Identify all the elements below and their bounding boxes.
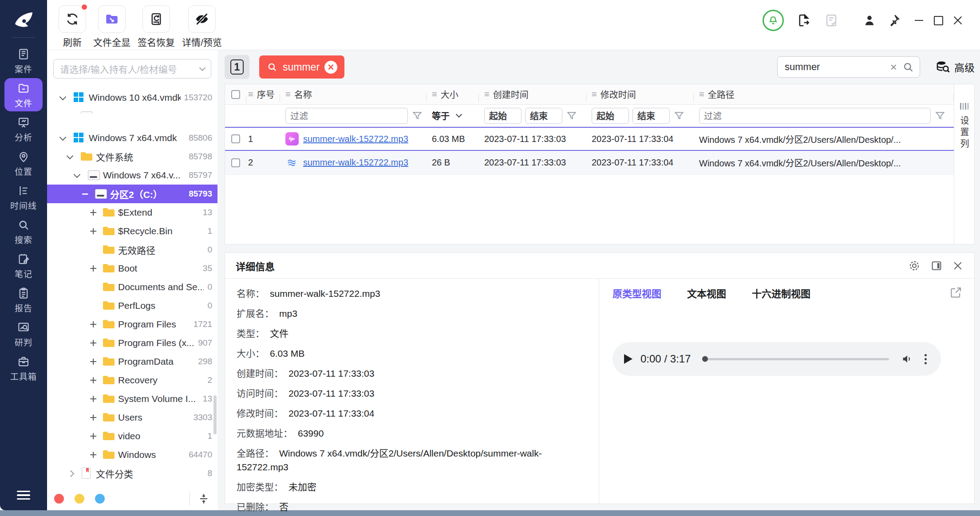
external-link-icon[interactable] — [949, 286, 963, 299]
tree-expander-icon[interactable] — [90, 227, 102, 236]
tree-expander-icon[interactable] — [67, 471, 80, 476]
sidebar-item-search[interactable]: 搜索 — [4, 215, 43, 248]
tree-expander-icon[interactable] — [90, 450, 102, 459]
detail-preview-toggle-button[interactable]: 详情/预览 — [182, 5, 222, 50]
notification-bell-button[interactable] — [763, 10, 784, 31]
sidebar-menu-button[interactable] — [0, 491, 47, 500]
yellow-tag-dot[interactable] — [75, 494, 84, 504]
speaker-icon[interactable] — [901, 352, 914, 366]
tree-item[interactable]: Users 3303 — [47, 408, 217, 427]
close-button[interactable] — [948, 12, 968, 29]
show-all-files-button[interactable]: 文件全显 — [93, 5, 130, 50]
tree-expander-icon[interactable] — [90, 432, 102, 441]
table-row[interactable]: 2 summer-walk-152722.mp3 26 B 2023-07-11… — [225, 151, 954, 175]
signature-recovery-button[interactable]: 签名恢复 — [138, 5, 175, 50]
maximize-button[interactable] — [929, 12, 948, 29]
sidebar-item-judgment[interactable]: 研判 — [4, 317, 43, 351]
sidebar-item-analysis[interactable]: 分析 — [4, 112, 43, 146]
export-file-button[interactable] — [796, 13, 811, 28]
tree-item[interactable]: Program Files (x... 907 — [47, 334, 217, 352]
path-filter-input[interactable]: 过滤 — [699, 108, 931, 124]
tree-item[interactable]: $Extend 13 — [47, 203, 217, 222]
tree-item[interactable]: $Recycle.Bin 1 — [47, 222, 217, 240]
select-all-checkbox[interactable] — [231, 90, 240, 99]
column-header-created[interactable]: ≡创建时间 — [479, 88, 586, 101]
sidebar-item-files[interactable]: 文件 — [4, 78, 43, 111]
name-filter-input[interactable]: 过滤 — [285, 108, 408, 124]
pin-button[interactable] — [886, 13, 901, 28]
tree-expander-icon[interactable] — [90, 413, 102, 422]
sidebar-item-notes[interactable]: 笔记 — [4, 249, 43, 282]
refresh-button[interactable]: 刷新 — [59, 5, 86, 50]
row-checkbox[interactable] — [231, 134, 240, 143]
table-row[interactable]: 1 summer-walk-152722.mp3 6.03 MB 2023-07… — [225, 127, 954, 151]
file-name-link[interactable]: summer-walk-152722.mp3 — [303, 134, 408, 144]
sidebar-item-timeline[interactable]: 时间线 — [4, 181, 43, 214]
funnel-icon[interactable] — [673, 110, 685, 122]
column-settings-strip[interactable]: 设置列 — [954, 84, 975, 244]
minimize-button[interactable] — [909, 12, 929, 29]
chip-close-icon[interactable]: ✕ — [324, 61, 337, 74]
sidebar-item-location[interactable]: 位置 — [4, 146, 43, 180]
column-header-index[interactable]: ≡序号 — [246, 88, 280, 101]
tree-item[interactable]: ProgramData 298 — [47, 352, 217, 371]
advanced-search-button[interactable]: 高级 — [935, 59, 975, 75]
tree-expander-icon[interactable] — [67, 155, 80, 158]
result-page-tab[interactable]: 1 — [225, 55, 249, 79]
red-tag-dot[interactable] — [54, 494, 64, 504]
tab-native-view[interactable]: 原类型视图 — [612, 286, 661, 300]
tree-expander-icon[interactable] — [90, 208, 102, 217]
tree-item[interactable]: Documents and Se... 0 — [47, 278, 217, 296]
tree-item[interactable]: Recovery 2 — [47, 371, 217, 390]
user-button[interactable] — [862, 13, 877, 28]
close-details-icon[interactable] — [952, 260, 964, 272]
tree-expander-icon[interactable] — [60, 137, 73, 140]
collapse-tree-button[interactable] — [197, 492, 210, 505]
tree-expander-icon[interactable] — [82, 189, 94, 198]
modified-end-input[interactable]: 结束 — [632, 108, 670, 124]
tree-item[interactable]: Windows 7 x64.vmdk 85806 — [47, 129, 217, 147]
clear-search-icon[interactable]: × — [890, 61, 897, 73]
created-start-input[interactable]: 起始 — [484, 108, 522, 124]
split-panel-icon[interactable] — [930, 259, 943, 272]
funnel-icon[interactable] — [934, 110, 946, 122]
tree-expander-icon[interactable] — [90, 264, 102, 273]
search-submit-icon[interactable] — [902, 61, 914, 73]
tree-item[interactable]: Windows 64470 — [47, 445, 217, 464]
tree-expander-icon[interactable] — [90, 376, 102, 385]
column-header-modified[interactable]: ≡修改时间 — [586, 88, 694, 101]
size-operator-select[interactable]: 等于 — [432, 109, 461, 122]
column-header-path[interactable]: ≡全路径 — [694, 88, 954, 101]
tree-item[interactable] — [47, 107, 217, 114]
created-end-input[interactable]: 结束 — [525, 108, 562, 124]
gear-icon[interactable] — [908, 259, 921, 272]
audio-player[interactable]: 0:00 / 3:17 — [612, 342, 941, 376]
tree-item[interactable]: Windows 7 x64.v... 85797 — [47, 166, 217, 185]
tree-item[interactable]: 无效路径 0 — [47, 240, 217, 259]
search-filter-chip[interactable]: summer ✕ — [259, 55, 344, 79]
file-name-link[interactable]: summer-walk-152722.mp3 — [303, 158, 408, 168]
play-icon[interactable] — [624, 354, 632, 364]
column-header-name[interactable]: ≡名称 — [280, 88, 427, 101]
audio-seek-slider[interactable] — [702, 358, 889, 360]
owner-select-dropdown[interactable]: 请选择/输入持有人/检材编号 — [53, 59, 211, 79]
tree-scrollbar[interactable] — [213, 395, 217, 434]
tree-expander-icon[interactable] — [75, 174, 87, 177]
tree-item[interactable]: System Volume I... 13 — [47, 390, 217, 408]
modified-start-input[interactable]: 起始 — [592, 108, 629, 124]
search-input[interactable]: summer × — [777, 56, 920, 78]
column-header-size[interactable]: ≡大小 — [427, 88, 479, 101]
kebab-menu-icon[interactable] — [922, 352, 929, 366]
sidebar-item-case[interactable]: 案件 — [4, 44, 43, 77]
tree-expander-icon[interactable] — [90, 357, 102, 366]
tree-item[interactable]: video 1 — [47, 427, 217, 445]
tree-item[interactable]: 文件系统 85798 — [47, 147, 217, 166]
sidebar-item-toolbox[interactable]: 工具箱 — [4, 351, 43, 385]
tree-item[interactable]: Boot 35 — [47, 259, 217, 278]
tree-item[interactable]: Program Files 1721 — [47, 315, 217, 334]
tree-item[interactable]: 分区2（C:） 85793 — [47, 185, 217, 203]
funnel-icon[interactable] — [566, 110, 577, 122]
tree-expander-icon[interactable] — [90, 339, 102, 347]
row-checkbox[interactable] — [231, 158, 240, 167]
sidebar-item-report[interactable]: 报告 — [4, 283, 43, 316]
